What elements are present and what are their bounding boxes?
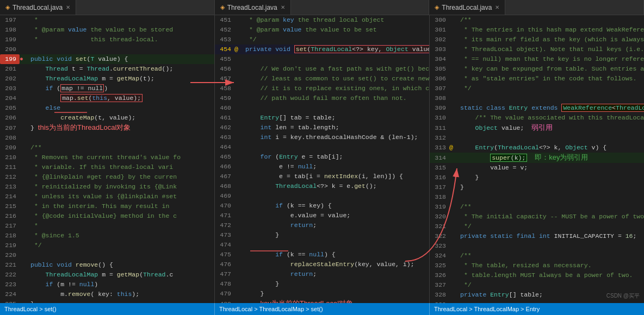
table-row: 312 xyxy=(430,133,644,143)
table-row: 323 xyxy=(430,241,644,251)
table-row: 474 xyxy=(215,240,429,250)
code-table-2: 451 * @param key the thread local object… xyxy=(215,15,429,303)
file-icon2: ◈ xyxy=(220,4,225,11)
table-row: 201 Thread t = Thread.currentThread(); xyxy=(0,64,214,74)
file-icon3: ◈ xyxy=(435,4,439,11)
editor-panel-2: 451 * @param key the thread local object… xyxy=(215,15,430,303)
tab-label: ThreadLocal.java xyxy=(13,4,63,11)
table-row: 206 createMap(t, value); xyxy=(0,113,214,123)
table-row: 457 // least as common to use set() to c… xyxy=(215,74,429,84)
table-row: 451 * @param key the thread local object xyxy=(215,15,429,25)
status-bar-container: ThreadLocal > set() ThreadLocal > Thread… xyxy=(0,303,644,315)
tab-panel2[interactable]: ◈ ThreadLocal.java ✕ xyxy=(215,0,291,15)
breadcrumb-item: ThreadLocal > set() xyxy=(4,306,57,312)
table-row: 207} this为当前的ThreadLocal对象 xyxy=(0,123,214,133)
table-row: 220 xyxy=(0,250,214,260)
table-row: 326 * table.length MUST always be a powe… xyxy=(430,270,644,280)
table-row: 327 */ xyxy=(430,280,644,290)
table-row: 311 Object value; 弱引用 xyxy=(430,123,644,133)
table-row: 318 xyxy=(430,192,644,202)
table-row: 464 xyxy=(215,142,429,152)
table-row: 480 key为当前的ThreadLocal对象 xyxy=(215,299,429,303)
table-row: 310 /** The value associated with this t… xyxy=(430,113,644,123)
table-row: 198 * @param value the value to be store… xyxy=(0,25,214,35)
table-row: 200 xyxy=(0,45,214,54)
editors-container: 197 * 198 * @param value the value to be… xyxy=(0,15,644,303)
code-table-3: 300/** 301 * The entries in this hash ma… xyxy=(430,15,644,303)
table-row: 308 xyxy=(430,93,644,103)
table-row: 453 */ xyxy=(215,35,429,45)
table-row: 475 if (k == null) { xyxy=(215,250,429,260)
panel1-tabs: ◈ ThreadLocal.java ✕ xyxy=(0,0,215,15)
editor-panel-3: 300/** 301 * The entries in this hash ma… xyxy=(430,15,644,303)
table-row: 222 ThreadLocalMap m = getMap(Thread.c xyxy=(0,270,214,280)
close-icon[interactable]: ✕ xyxy=(66,4,70,10)
table-row: 454@private void set(ThreadLocal<?> key,… xyxy=(215,45,429,54)
table-row: 468 ThreadLocal<?> k = e.get(); xyxy=(215,181,429,191)
table-row: 213 * reinitialized by invoking its {@Li… xyxy=(0,182,214,192)
table-row: 472 return; xyxy=(215,220,429,230)
watermark-text: CSDN @买平 xyxy=(606,293,640,299)
table-row: 219 */ xyxy=(0,241,214,250)
table-row: 210 * Removes the current thread's value… xyxy=(0,153,214,162)
table-row: 307 */ xyxy=(430,84,644,93)
table-row: 301 * The entries in this hash map exten… xyxy=(430,25,644,35)
status-bar-3: ThreadLocal > ThreadLocalMap > Entry xyxy=(430,303,644,315)
table-row: 479 } xyxy=(215,289,429,299)
main-container: ◈ ThreadLocal.java ✕ ◈ ThreadLocal.java … xyxy=(0,0,644,315)
table-row: 216 * {@code initialValue} method in the… xyxy=(0,211,214,221)
breadcrumb-2: ThreadLocal > ThreadLocalMap > set() xyxy=(219,306,323,312)
table-row: 224 m.remove( key: this); xyxy=(0,289,214,299)
table-row: 212 * {@linkplain #get read} by the curr… xyxy=(0,172,214,182)
table-row: 452 * @param value the value to be set xyxy=(215,25,429,35)
table-row: 217 * xyxy=(0,221,214,231)
table-row: 204 map.set(this, value); xyxy=(0,93,214,103)
file-icon: ◈ xyxy=(5,4,10,11)
table-row: 211 * variable. If this thread-local var… xyxy=(0,162,214,172)
table-row: 303 * ThreadLocal object). Note that nul… xyxy=(430,45,644,54)
table-row: 470 if (k == key) { xyxy=(215,201,429,211)
table-row: 300/** xyxy=(430,15,644,25)
tab-panel1[interactable]: ◈ ThreadLocal.java ✕ xyxy=(0,0,76,15)
table-row: 473 } xyxy=(215,230,429,240)
table-row: 459 // path would fail more often than n… xyxy=(215,93,429,103)
table-row: 302 * its main ref field as the key (whi… xyxy=(430,35,644,45)
panel3-tabs: ◈ ThreadLocal.java ✕ xyxy=(429,0,644,15)
table-row: 461 Entry[] tab = table; xyxy=(215,113,429,123)
table-row: 205 else xyxy=(0,103,214,113)
table-row: 309static class Entry extends WeakRefere… xyxy=(430,103,644,113)
table-row: 463 int i = key.threadLocalHashCode & (l… xyxy=(215,133,429,142)
table-row: 325 * The table, resized as necessary. xyxy=(430,261,644,270)
table-row: 321 */ xyxy=(430,222,644,231)
code-area-2[interactable]: 451 * @param key the thread local object… xyxy=(215,15,429,303)
table-row: 214 * unless its value is {@linkplain #s… xyxy=(0,192,214,201)
panel2-tabs: ◈ ThreadLocal.java ✕ xyxy=(215,0,430,15)
code-area-3[interactable]: 300/** 301 * The entries in this hash ma… xyxy=(430,15,644,303)
table-row: 324/** xyxy=(430,251,644,261)
table-row: 199●public void set(T value) { xyxy=(0,54,214,64)
table-row: 476 replaceStaleEntry(key, value, i); xyxy=(215,260,429,269)
table-row: 455 xyxy=(215,54,429,64)
editor-panel-1: 197 * 198 * @param value the value to be… xyxy=(0,15,215,303)
table-row: 322private static final int INITIAL_CAPA… xyxy=(430,231,644,241)
table-row: 467 e = tab[i = nextIndex(i, len)]) { xyxy=(215,172,429,181)
table-row: 218 * @since 1.5 xyxy=(0,231,214,241)
close-icon2[interactable]: ✕ xyxy=(281,4,285,10)
table-row: 306 * as "stale entries" in the code tha… xyxy=(430,74,644,84)
close-icon3[interactable]: ✕ xyxy=(495,4,499,10)
table-row: 460 xyxy=(215,103,429,113)
table-row: 465 for (Entry e = tab[i]; xyxy=(215,152,429,162)
table-row: 329 xyxy=(430,300,644,303)
table-row: 202 ThreadLocalMap m = getMap(t); xyxy=(0,74,214,84)
table-row: 208 xyxy=(0,133,214,143)
tab-panel3[interactable]: ◈ ThreadLocal.java ✕ xyxy=(429,0,505,15)
code-area-1[interactable]: 197 * 198 * @param value the value to be… xyxy=(0,15,214,303)
table-row: 466 e != null; xyxy=(215,162,429,172)
table-row: 225} xyxy=(0,299,214,303)
breadcrumb-1: ThreadLocal > set() xyxy=(4,306,57,312)
table-row: 471 e.value = value; xyxy=(215,211,429,220)
status-bar-2: ThreadLocal > ThreadLocalMap > set() xyxy=(215,303,430,315)
table-row: 315 value = v; xyxy=(430,163,644,173)
table-row: 197 * xyxy=(0,15,214,25)
table-row: 314 super(k); 即：key为弱引用 xyxy=(430,153,644,163)
